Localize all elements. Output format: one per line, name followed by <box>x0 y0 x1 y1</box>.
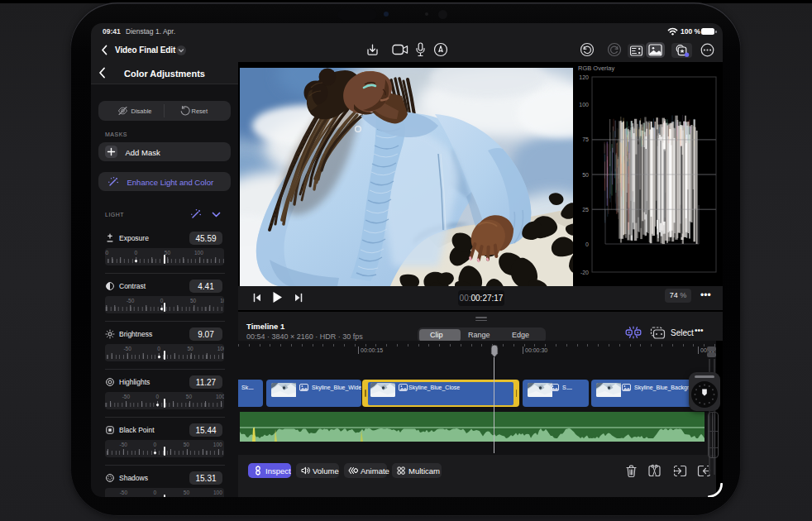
svg-text:RGB Overlay: RGB Overlay <box>578 65 614 72</box>
svg-text:0: 0 <box>585 241 589 247</box>
svg-text:120: 120 <box>579 74 589 80</box>
svg-text:-20: -20 <box>580 270 589 275</box>
svg-text:25: 25 <box>582 207 589 213</box>
svg-text:75: 75 <box>582 136 589 142</box>
svg-text:100: 100 <box>579 102 589 108</box>
svg-text:50: 50 <box>582 172 589 178</box>
